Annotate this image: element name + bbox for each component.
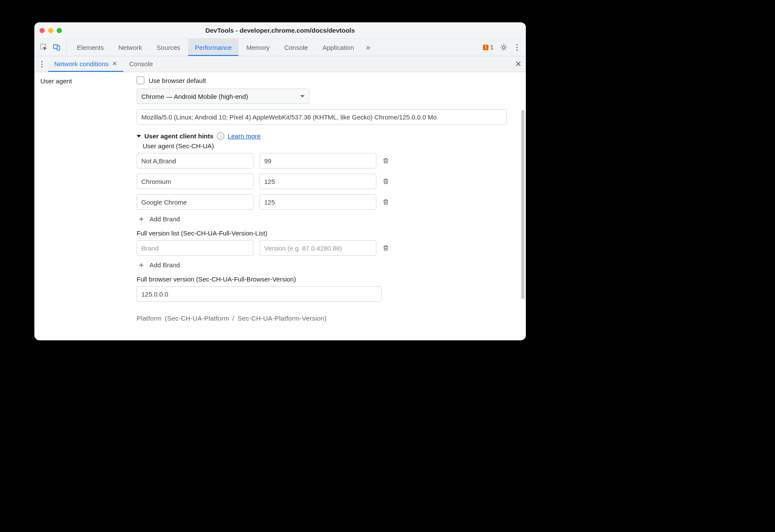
input-value: 125.0.0.0: [141, 290, 168, 298]
brand-input[interactable]: Not A;Brand: [137, 153, 253, 168]
devtools-window: DevTools - developer.chrome.com/docs/dev…: [34, 22, 526, 340]
input-value: 125: [264, 199, 275, 206]
select-value: Chrome — Android Mobile (high-end): [141, 93, 248, 100]
inspect-element-icon[interactable]: [38, 39, 50, 56]
input-value: Mozilla/5.0 (Linux; Android 10; Pixel 4)…: [141, 113, 437, 121]
add-full-version-brand-button[interactable]: ＋ Add Brand: [137, 261, 520, 269]
full-version-version-input[interactable]: Version (e.g. 87.0.4280.88): [259, 240, 376, 256]
brand-version-input[interactable]: 125: [259, 194, 376, 210]
input-placeholder: Version (e.g. 87.0.4280.88): [264, 245, 342, 252]
delete-brand-button[interactable]: [382, 198, 390, 206]
brand-row: Not A;Brand 99: [137, 153, 520, 168]
drawer-tab-label: Console: [129, 60, 153, 67]
full-browser-version-input[interactable]: 125.0.0.0: [137, 286, 381, 302]
gear-icon: [500, 43, 508, 52]
add-brand-label: Add Brand: [150, 261, 180, 269]
issues-count: 1: [490, 44, 494, 51]
plus-icon: ＋: [137, 261, 145, 269]
delete-brand-button[interactable]: [382, 177, 390, 185]
brand-row: Chromium 125: [137, 174, 520, 189]
tab-label: Console: [284, 44, 308, 51]
minimize-window-button[interactable]: [48, 28, 53, 33]
drawer-tab-label: Network conditions: [54, 60, 109, 67]
trash-icon: [382, 157, 389, 165]
tab-sources[interactable]: Sources: [150, 39, 187, 56]
tab-console[interactable]: Console: [278, 39, 315, 56]
chevron-down-icon: [300, 95, 305, 98]
tab-application[interactable]: Application: [316, 39, 361, 56]
svg-rect-2: [57, 46, 60, 50]
drawer-tab-network-conditions[interactable]: Network conditions ✕: [48, 56, 123, 72]
tab-label: Elements: [77, 44, 104, 51]
add-brand-button[interactable]: ＋ Add Brand: [137, 215, 520, 223]
add-brand-label: Add Brand: [150, 215, 180, 223]
input-value: Google Chrome: [141, 199, 187, 206]
close-window-button[interactable]: [40, 28, 45, 33]
learn-more-link[interactable]: Learn more: [228, 132, 261, 140]
tab-label: Network: [119, 44, 142, 51]
chevron-double-right-icon: »: [366, 43, 370, 52]
drawer-more-button[interactable]: [39, 61, 45, 67]
section-heading: User agent: [40, 77, 133, 85]
trash-icon: [382, 244, 389, 252]
sec-ch-ua-label: User agent (Sec-CH-UA): [143, 142, 520, 150]
platform-label-cut: Platform (Sec-CH-UA-Platform / Sec-CH-UA…: [137, 315, 520, 322]
tab-performance[interactable]: Performance: [188, 39, 239, 56]
window-controls: [40, 28, 62, 33]
vertical-scrollbar[interactable]: [521, 110, 525, 299]
input-value: Chromium: [141, 178, 171, 185]
tab-elements[interactable]: Elements: [70, 39, 111, 56]
disclosure-triangle-icon[interactable]: [137, 135, 141, 138]
brand-version-input[interactable]: 125: [259, 174, 376, 189]
info-icon[interactable]: i: [217, 132, 224, 140]
more-tabs-button[interactable]: »: [362, 39, 375, 56]
fullscreen-window-button[interactable]: [57, 28, 62, 33]
drawer-tab-console[interactable]: Console: [123, 56, 159, 72]
window-title: DevTools - developer.chrome.com/docs/dev…: [34, 27, 526, 34]
input-value: 99: [264, 157, 272, 165]
issues-badge[interactable]: ! 1: [483, 44, 494, 51]
brand-input[interactable]: Chromium: [137, 174, 253, 189]
brand-version-input[interactable]: 99: [259, 153, 376, 168]
user-agent-string-input[interactable]: Mozilla/5.0 (Linux; Android 10; Pixel 4)…: [137, 109, 507, 125]
network-conditions-panel: User agent Use browser default Chrome — …: [34, 72, 526, 340]
tab-network[interactable]: Network: [112, 39, 149, 56]
tab-label: Memory: [246, 44, 269, 51]
tab-label: Application: [323, 44, 354, 51]
brand-row: Google Chrome 125: [137, 194, 520, 210]
full-version-list-label: Full version list (Sec-CH-UA-Full-Versio…: [137, 229, 520, 237]
use-browser-default-checkbox[interactable]: [137, 76, 144, 84]
delete-brand-button[interactable]: [382, 157, 390, 165]
trash-icon: [382, 177, 389, 185]
client-hints-heading: User agent client hints: [144, 132, 214, 140]
drawer-tab-strip: Network conditions ✕ Console ✕: [34, 56, 526, 72]
issues-icon: !: [483, 45, 488, 50]
input-value: 125: [264, 178, 275, 185]
tab-label: Sources: [157, 44, 180, 51]
full-version-brand-input[interactable]: Brand: [137, 240, 253, 256]
main-tab-strip: Elements Network Sources Performance Mem…: [34, 39, 526, 56]
input-placeholder: Brand: [141, 245, 159, 252]
close-tab-icon[interactable]: ✕: [112, 60, 117, 67]
delete-full-version-button[interactable]: [382, 244, 390, 252]
full-version-row: Brand Version (e.g. 87.0.4280.88): [137, 240, 520, 256]
trash-icon: [382, 198, 389, 206]
tab-label: Performance: [195, 44, 232, 51]
close-drawer-button[interactable]: ✕: [515, 59, 522, 69]
titlebar: DevTools - developer.chrome.com/docs/dev…: [34, 22, 526, 39]
user-agent-select[interactable]: Chrome — Android Mobile (high-end): [137, 89, 309, 104]
use-browser-default-label: Use browser default: [149, 77, 206, 84]
full-browser-version-label: Full browser version (Sec-CH-UA-Full-Bro…: [137, 275, 520, 283]
input-value: Not A;Brand: [141, 157, 176, 165]
settings-button[interactable]: [500, 43, 508, 52]
tab-memory[interactable]: Memory: [239, 39, 276, 56]
more-options-button[interactable]: [514, 44, 520, 51]
brand-input[interactable]: Google Chrome: [137, 194, 253, 210]
plus-icon: ＋: [137, 215, 145, 223]
device-toolbar-icon[interactable]: [51, 39, 63, 56]
